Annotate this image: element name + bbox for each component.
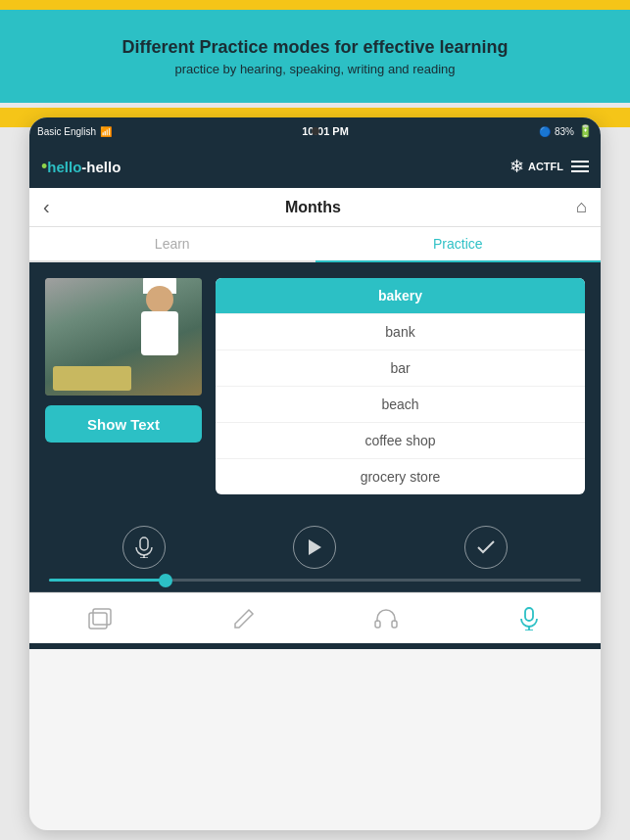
banner-teal-bg: Different Practice modes for effective l… (0, 10, 630, 103)
check-control-button[interactable] (464, 526, 508, 569)
main-content: Show Text bakery bank bar beach coffee s… (29, 262, 601, 510)
banner: Different Practice modes for effective l… (0, 0, 630, 127)
bottom-nav (29, 592, 601, 643)
home-button[interactable]: ⌂ (576, 197, 587, 217)
player-controls (29, 520, 601, 575)
chef-head (146, 286, 173, 313)
app-header: • hello - hello ❄ ACTFL (29, 145, 601, 188)
menu-line-3 (571, 170, 589, 172)
battery-label: 83% (555, 126, 574, 137)
word-item-coffee-shop[interactable]: coffee shop (216, 423, 585, 459)
status-right: 🔵 83% 🔋 (539, 124, 593, 138)
menu-button[interactable] (571, 161, 589, 172)
wifi-icon: 📶 (100, 126, 112, 137)
progress-thumb (159, 574, 172, 587)
food-plates (53, 366, 131, 391)
bottom-nav-mic[interactable] (508, 597, 551, 640)
progress-area[interactable] (29, 575, 601, 591)
bottom-nav-cards[interactable] (79, 597, 122, 640)
status-time: 10:01 PM (302, 125, 349, 137)
svg-rect-8 (525, 608, 533, 621)
bluetooth-icon: 🔵 (539, 126, 551, 137)
status-left: Basic English 📶 (37, 126, 112, 137)
back-button[interactable]: ‹ (43, 196, 50, 218)
mic-control-button[interactable] (122, 526, 166, 569)
banner-subtitle: practice by hearing, speaking, writing a… (174, 62, 455, 76)
svg-marker-3 (309, 539, 321, 555)
word-list: bakery bank bar beach coffee shop grocer… (216, 278, 585, 494)
progress-fill (49, 579, 166, 582)
tab-bar: Learn Practice (29, 227, 601, 262)
word-item-bar[interactable]: bar (216, 350, 585, 387)
word-item-beach[interactable]: beach (216, 387, 585, 423)
actfl-badge: ❄ ACTFL (509, 156, 563, 177)
header-right: ❄ ACTFL (509, 156, 589, 177)
bottom-nav-headphones[interactable] (364, 597, 408, 640)
logo-hello-text: hello (47, 159, 81, 175)
svg-rect-7 (392, 621, 397, 628)
svg-rect-5 (93, 609, 111, 625)
snowflake-icon: ❄ (509, 156, 524, 177)
left-panel: Show Text (45, 278, 202, 494)
food-image (45, 278, 202, 396)
chef-figure (133, 286, 187, 364)
actfl-label: ACTFL (528, 161, 563, 172)
show-text-button[interactable]: Show Text (45, 405, 202, 443)
word-item-bakery[interactable]: bakery (216, 278, 585, 314)
word-item-grocery-store[interactable]: grocery store (216, 459, 585, 494)
device-frame: Basic English 📶 10:01 PM 🔵 83% 🔋 • hello… (29, 117, 601, 830)
word-item-bank[interactable]: bank (216, 314, 585, 350)
logo-area: • hello - hello (41, 157, 121, 177)
nav-title: Months (285, 199, 341, 216)
battery-icon: 🔋 (578, 124, 593, 138)
banner-title: Different Practice modes for effective l… (121, 36, 508, 59)
progress-track (49, 579, 581, 582)
bottom-area (29, 510, 601, 649)
svg-rect-6 (375, 621, 380, 628)
menu-line-1 (571, 161, 589, 163)
tab-learn[interactable]: Learn (29, 227, 315, 260)
svg-rect-0 (140, 537, 148, 550)
menu-line-2 (571, 165, 589, 167)
play-control-button[interactable] (293, 526, 336, 569)
nav-bar: ‹ Months ⌂ (29, 188, 601, 227)
logo-hello2-text: hello (86, 159, 121, 175)
carrier-label: Basic English (37, 126, 96, 137)
chef-body (141, 311, 178, 355)
device-camera-dot (312, 127, 319, 135)
bottom-nav-edit[interactable] (222, 597, 266, 640)
svg-rect-4 (89, 613, 107, 629)
tab-practice[interactable]: Practice (315, 227, 602, 262)
food-img-bg (45, 278, 202, 396)
